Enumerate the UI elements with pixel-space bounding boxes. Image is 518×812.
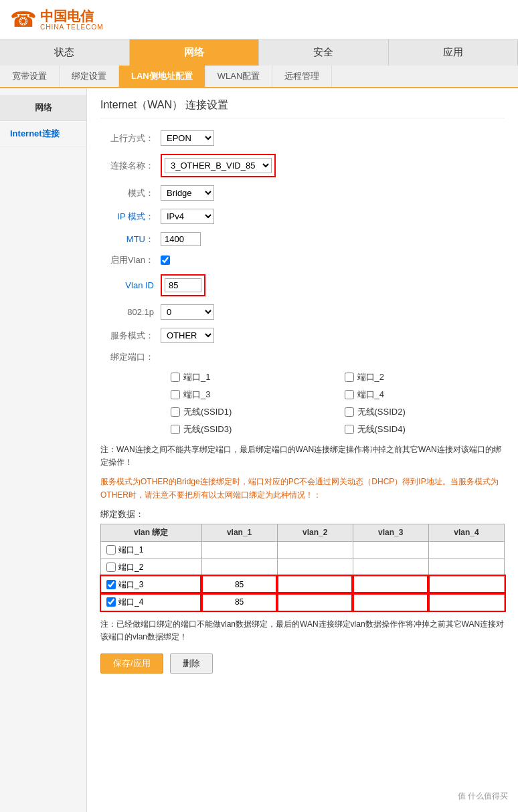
sub-nav: 宽带设置 绑定设置 LAN侧地址配置 WLAN配置 远程管理 bbox=[0, 66, 518, 88]
save-button[interactable]: 保存/应用 bbox=[100, 653, 163, 674]
col-vlan1: vlan_1 bbox=[201, 524, 277, 541]
port-3-checkbox[interactable] bbox=[171, 390, 180, 399]
port-3-item: 端口_3 bbox=[171, 389, 331, 401]
nav-network[interactable]: 网络 bbox=[130, 39, 260, 66]
note3: 注：已经做端口绑定的端口不能做vlan数据绑定，最后的WAN连接绑定vlan数据… bbox=[100, 618, 505, 643]
port-4-checkbox[interactable] bbox=[345, 390, 354, 399]
sidebar-item-internet[interactable]: Internet连接 bbox=[0, 121, 86, 147]
subnav-lan[interactable]: LAN侧地址配置 bbox=[119, 66, 205, 87]
dot1p-row: 802.1p 0 bbox=[100, 304, 505, 320]
bind-row3-vlan1: 85 bbox=[201, 576, 277, 593]
subnav-remote[interactable]: 远程管理 bbox=[272, 66, 332, 87]
ip-mode-row: IP 模式： IPv4 bbox=[100, 209, 505, 224]
bind-row1-vlan1 bbox=[201, 541, 277, 559]
ports-section: 端口_1 端口_2 端口_3 端口_4 无线(SSID1) bbox=[167, 371, 505, 435]
page-title: Internet（WAN） 连接设置 bbox=[100, 98, 505, 118]
bind-port1-label: 端口_1 bbox=[118, 544, 143, 556]
port-1-label: 端口_1 bbox=[183, 371, 210, 383]
service-mode-control: OTHER bbox=[161, 328, 214, 343]
bind-port-label-row: 绑定端口： bbox=[100, 351, 505, 363]
bind-table: vlan 绑定 vlan_1 vlan_2 vlan_3 vlan_4 端口_1 bbox=[100, 524, 505, 611]
bind-row1-vlan3 bbox=[353, 541, 428, 559]
ssid4-checkbox[interactable] bbox=[345, 425, 354, 434]
bind-port2-label: 端口_2 bbox=[118, 562, 143, 573]
enable-vlan-checkbox[interactable] bbox=[161, 256, 170, 265]
mtu-row: MTU： bbox=[100, 232, 505, 246]
port-2-checkbox[interactable] bbox=[345, 373, 354, 382]
ssid3-label: 无线(SSID3) bbox=[183, 423, 232, 435]
mode-label: 模式： bbox=[100, 187, 161, 199]
bind-row4-vlan1: 85 bbox=[201, 593, 277, 611]
bind-row1-port: 端口_1 bbox=[101, 541, 202, 559]
conn-name-select[interactable]: 3_OTHER_B_VID_85 bbox=[165, 158, 272, 173]
ssid1-checkbox[interactable] bbox=[171, 407, 180, 417]
ssid3-item: 无线(SSID3) bbox=[171, 423, 331, 435]
port-4-label: 端口_4 bbox=[357, 389, 384, 401]
header: ☎ 中国电信 CHINA TELECOM bbox=[0, 0, 518, 39]
ip-mode-select[interactable]: IPv4 bbox=[161, 209, 214, 224]
ssid2-item: 无线(SSID2) bbox=[345, 406, 505, 418]
bind-row3-vlan4 bbox=[428, 576, 504, 593]
mtu-input[interactable] bbox=[161, 232, 201, 246]
bind-row3-port: 端口_3 bbox=[101, 576, 202, 593]
enable-vlan-control bbox=[161, 256, 170, 265]
col-vlan3: vlan_3 bbox=[353, 524, 428, 541]
mode-select[interactable]: Bridge bbox=[161, 185, 214, 201]
uplink-select[interactable]: EPON bbox=[161, 130, 214, 146]
bind-port1-checkbox[interactable] bbox=[106, 545, 116, 554]
bind-port4-label: 端口_4 bbox=[118, 597, 143, 608]
uplink-label: 上行方式： bbox=[100, 132, 161, 144]
bind-port3-checkbox[interactable] bbox=[106, 580, 116, 589]
bind-port4-checkbox[interactable] bbox=[106, 597, 116, 607]
mtu-control bbox=[161, 232, 201, 246]
note2: 服务模式为OTHER的Bridge连接绑定时，端口对应的PC不会通过网关动态（D… bbox=[100, 476, 505, 501]
ssid4-item: 无线(SSID4) bbox=[345, 423, 505, 435]
ssid1-item: 无线(SSID1) bbox=[171, 406, 331, 418]
mode-row: 模式： Bridge bbox=[100, 185, 505, 201]
port-1-checkbox[interactable] bbox=[171, 373, 180, 382]
col-vlan-bind: vlan 绑定 bbox=[101, 524, 202, 541]
dot1p-control: 0 bbox=[161, 304, 214, 320]
bind-row2-vlan3 bbox=[353, 559, 428, 576]
bind-row4-vlan4 bbox=[428, 593, 504, 611]
bind-row2-vlan4 bbox=[428, 559, 504, 576]
nav-apps[interactable]: 应用 bbox=[389, 39, 519, 66]
logo-name: 中国电信 bbox=[40, 9, 104, 23]
uplink-control: EPON bbox=[161, 130, 214, 146]
vlan-id-control bbox=[161, 274, 205, 296]
delete-button[interactable]: 删除 bbox=[170, 653, 213, 674]
subnav-wlan[interactable]: WLAN配置 bbox=[205, 66, 273, 87]
ip-mode-label: IP 模式： bbox=[100, 211, 161, 223]
port-3-label: 端口_3 bbox=[183, 389, 210, 401]
main-layout: 网络 Internet连接 Internet（WAN） 连接设置 上行方式： E… bbox=[0, 88, 518, 812]
conn-name-label: 连接名称： bbox=[100, 160, 161, 172]
bind-row2-vlan1 bbox=[201, 559, 277, 576]
enable-vlan-label: 启用Vlan： bbox=[100, 254, 161, 266]
service-mode-label: 服务模式： bbox=[100, 330, 161, 342]
logo-icon: ☎ bbox=[10, 7, 37, 32]
logo-sub: CHINA TELECOM bbox=[40, 23, 104, 31]
uplink-row: 上行方式： EPON bbox=[100, 130, 505, 146]
logo: ☎ 中国电信 CHINA TELECOM bbox=[10, 7, 104, 32]
vlan-id-input[interactable] bbox=[165, 278, 201, 292]
nav-status[interactable]: 状态 bbox=[0, 39, 130, 66]
bind-port2-checkbox[interactable] bbox=[106, 563, 116, 572]
sidebar-title: 网络 bbox=[0, 95, 86, 121]
nav-security[interactable]: 安全 bbox=[259, 39, 389, 66]
vlan-id-row: Vlan ID bbox=[100, 274, 505, 296]
note1: 注：WAN连接之间不能共享绑定端口，最后绑定端口的WAN连接绑定操作将冲掉之前其… bbox=[100, 443, 505, 469]
ssid2-checkbox[interactable] bbox=[345, 407, 354, 417]
col-vlan4: vlan_4 bbox=[428, 524, 504, 541]
subnav-bind[interactable]: 绑定设置 bbox=[60, 66, 119, 87]
port-2-label: 端口_2 bbox=[357, 371, 384, 383]
bind-row1-vlan2 bbox=[277, 541, 353, 559]
mode-control: Bridge bbox=[161, 185, 214, 201]
subnav-broadband[interactable]: 宽带设置 bbox=[0, 66, 60, 87]
bind-row4-vlan3 bbox=[353, 593, 428, 611]
watermark: 值 什么值得买 bbox=[458, 791, 508, 802]
service-mode-select[interactable]: OTHER bbox=[161, 328, 214, 343]
ssid3-checkbox[interactable] bbox=[171, 425, 180, 434]
dot1p-select[interactable]: 0 bbox=[161, 304, 214, 320]
bind-table-header: vlan 绑定 vlan_1 vlan_2 vlan_3 vlan_4 bbox=[101, 524, 505, 541]
ssid4-label: 无线(SSID4) bbox=[357, 423, 406, 435]
